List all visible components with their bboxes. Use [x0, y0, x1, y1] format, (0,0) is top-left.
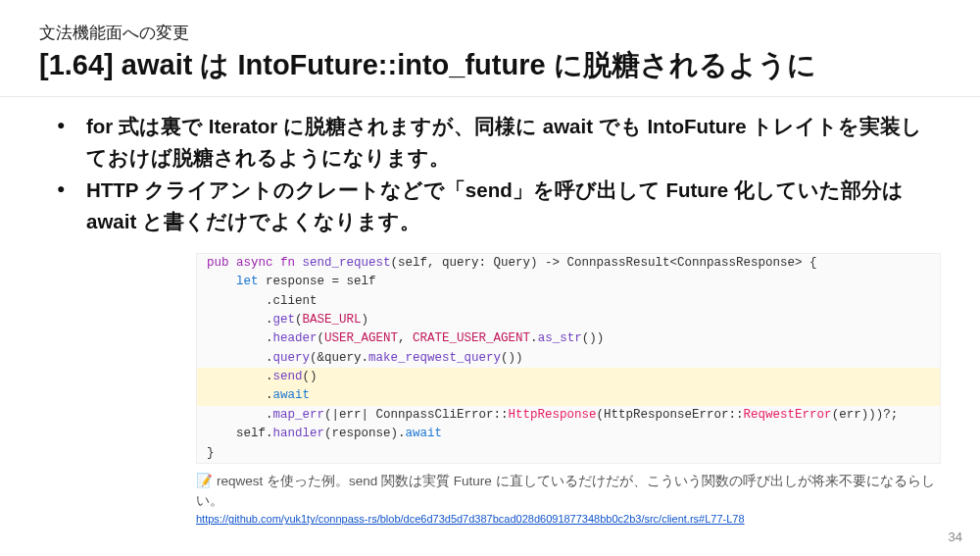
source-link-wrap: https://github.com/yuk1ty/connpass-rs/bl… — [196, 513, 941, 525]
code-line: .query(&query.make_reqwest_query()) — [197, 349, 940, 368]
code-line: let response = self — [197, 273, 940, 291]
bullet-item: HTTP クライアントのクレートなどで「send」を呼び出して Future 化… — [86, 175, 941, 237]
bullet-list: for 式は裏で Iterator に脱糖されますが、同様に await でも … — [39, 111, 941, 237]
page-number: 34 — [949, 530, 962, 544]
slide-subtitle: 文法機能面への変更 — [39, 22, 941, 44]
code-line: .send() — [197, 368, 940, 386]
slide-body: for 式は裏で Iterator に脱糖されますが、同様に await でも … — [0, 97, 980, 526]
code-line: } — [197, 444, 940, 463]
note-text: reqwest を使った例。send 関数は実質 Future に直しているだけ… — [196, 474, 935, 508]
slide-header: 文法機能面への変更 [1.64] await は IntoFuture::int… — [0, 0, 980, 96]
code-line: self.handler(response).await — [197, 425, 940, 443]
code-line: .await — [197, 386, 940, 405]
slide-title: [1.64] await は IntoFuture::into_future に… — [39, 48, 941, 82]
code-line: .get(BASE_URL) — [197, 311, 940, 329]
code-line: .header(USER_AGENT, CRATE_USER_AGENT.as_… — [197, 329, 940, 348]
memo-icon: 📝 — [196, 474, 213, 488]
code-note: 📝reqwest を使った例。send 関数は実質 Future に直しているだ… — [196, 472, 941, 512]
code-line: .client — [197, 292, 940, 311]
code-line: .map_err(|err| ConnpassCliError::HttpRes… — [197, 406, 940, 425]
code-example-wrap: pub async fn send_request(self, query: Q… — [196, 253, 941, 526]
code-block: pub async fn send_request(self, query: Q… — [196, 253, 941, 464]
source-link[interactable]: https://github.com/yuk1ty/connpass-rs/bl… — [196, 513, 745, 525]
code-line: pub async fn send_request(self, query: Q… — [197, 254, 940, 273]
bullet-item: for 式は裏で Iterator に脱糖されますが、同様に await でも … — [86, 111, 941, 174]
